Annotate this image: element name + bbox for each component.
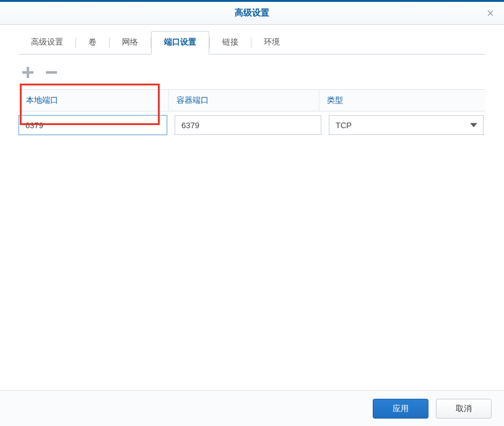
header-local-port[interactable]: 本地端口: [19, 90, 169, 111]
title-bar: 高级设置 ×: [0, 2, 504, 25]
plus-icon: [21, 66, 35, 79]
toolbar: [0, 54, 504, 89]
tab-label: 网络: [122, 37, 138, 46]
container-port-input[interactable]: [175, 115, 321, 135]
tab-links[interactable]: 链接: [210, 32, 251, 54]
type-select[interactable]: TCP: [329, 115, 484, 135]
footer: 应用 取消: [0, 390, 504, 426]
tab-environment[interactable]: 环境: [251, 32, 292, 54]
content-area: 本地端口 容器端口 类型 TCP: [0, 89, 504, 390]
tab-network[interactable]: 网络: [110, 32, 150, 54]
table-header: 本地端口 容器端口 类型: [19, 89, 485, 111]
tab-label: 链接: [222, 37, 238, 46]
tab-port-settings[interactable]: 端口设置: [151, 31, 209, 54]
dialog-title: 高级设置: [235, 7, 269, 19]
svg-rect-1: [22, 71, 33, 74]
remove-row-button[interactable]: [42, 63, 61, 82]
type-select-value: TCP: [329, 115, 484, 135]
table-row: TCP: [19, 111, 485, 139]
add-row-button[interactable]: [19, 63, 37, 82]
header-container-port[interactable]: 容器端口: [169, 90, 319, 111]
tab-advanced[interactable]: 高级设置: [19, 32, 76, 54]
minus-icon: [45, 66, 58, 79]
header-type[interactable]: 类型: [319, 90, 485, 111]
tab-label: 高级设置: [31, 37, 63, 46]
tabs: 高级设置 卷 网络 端口设置 链接 环境: [0, 25, 504, 54]
close-icon[interactable]: ×: [483, 7, 498, 19]
local-port-input[interactable]: [19, 115, 167, 135]
cancel-button[interactable]: 取消: [436, 399, 492, 419]
svg-rect-2: [46, 71, 57, 74]
tab-label: 端口设置: [164, 37, 196, 46]
tab-volume[interactable]: 卷: [76, 32, 109, 54]
tab-label: 环境: [264, 37, 280, 46]
tab-label: 卷: [89, 37, 97, 46]
apply-button[interactable]: 应用: [373, 399, 428, 419]
advanced-settings-dialog: 高级设置 × 高级设置 卷 网络 端口设置 链接 环境 本地端口: [0, 0, 504, 426]
